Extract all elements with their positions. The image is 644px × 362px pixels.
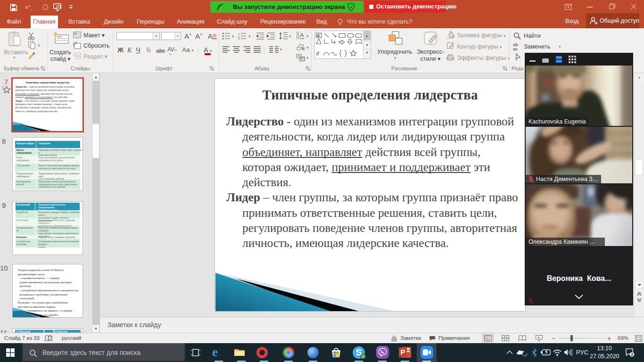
svg-text:ac: ac — [513, 47, 518, 51]
svg-text:A: A — [208, 33, 213, 40]
svg-text:2: 2 — [631, 352, 633, 357]
svg-text:A: A — [300, 32, 304, 39]
svg-text:A: A — [316, 33, 319, 38]
svg-text:3: 3 — [238, 37, 239, 40]
